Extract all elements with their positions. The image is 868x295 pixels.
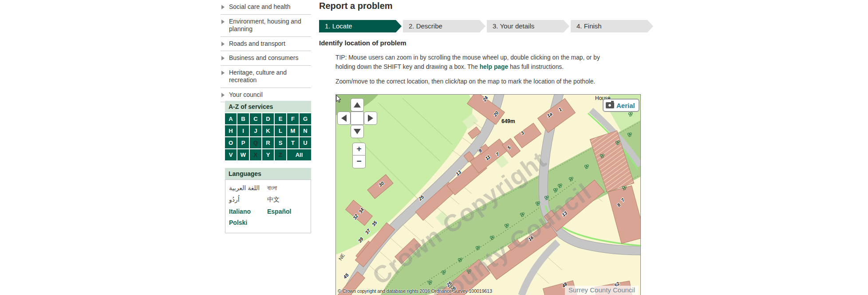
chevron-right-icon	[221, 93, 225, 97]
language-row: ItalianoEspañol	[229, 208, 307, 215]
instruction-text: Zoom/move to the correct location, then …	[335, 78, 595, 85]
down-arrow-icon	[354, 129, 361, 134]
pan-left-button[interactable]	[337, 112, 351, 125]
zoom-in-button[interactable]: +	[352, 143, 366, 155]
az-letter-v[interactable]: V	[225, 149, 237, 160]
map-attribution: Surrey County Council	[565, 286, 639, 295]
right-arrow-icon	[368, 115, 373, 122]
map-copyright: © Crown copyright and database rights 20…	[338, 288, 492, 294]
sidebar-item-label: Your council	[229, 91, 263, 98]
mouse-cursor	[336, 95, 342, 103]
language-row: اللغة العربيةবাংলা	[229, 184, 307, 192]
pan-up-button[interactable]	[351, 98, 364, 112]
language-link[interactable]: Italiano	[229, 208, 267, 215]
az-letter-b[interactable]: B	[237, 113, 249, 124]
step-3[interactable]: 3. Your details	[487, 20, 569, 32]
step-2[interactable]: 2. Describe	[403, 20, 485, 32]
up-arrow-icon	[354, 102, 361, 108]
az-letter-a[interactable]: A	[225, 113, 237, 124]
az-letter-o[interactable]: O	[225, 137, 237, 148]
sidebar-item[interactable]: Social care and health	[221, 0, 311, 15]
az-letter-p[interactable]: P	[237, 137, 249, 148]
az-letter-q: Q	[250, 137, 261, 148]
tip-text-after: has full instructions.	[508, 64, 564, 70]
sidebar-nav: Social care and healthEnvironment, housi…	[221, 0, 311, 102]
az-letter-t[interactable]: T	[287, 137, 299, 148]
az-services-title: A-Z of services	[225, 101, 311, 112]
az-letter-l[interactable]: L	[275, 125, 286, 136]
sidebar-item-label: Environment, housing and planning	[229, 18, 301, 33]
tip-paragraph: TIP: Mouse users can zoom in by scrollin…	[335, 53, 611, 72]
az-letter-u[interactable]: U	[300, 137, 311, 148]
az-letter-i[interactable]: I	[237, 125, 249, 136]
language-row: اُردُو中文	[229, 196, 307, 204]
az-letter-m[interactable]: M	[287, 125, 299, 136]
map-distance-label: 649m	[501, 118, 515, 124]
sidebar-item-label: Heritage, culture and recreation	[229, 69, 287, 84]
az-letter-f[interactable]: F	[287, 113, 299, 124]
az-letter-r[interactable]: R	[262, 137, 274, 148]
chevron-right-icon	[221, 56, 225, 60]
az-letter-j[interactable]: J	[250, 125, 261, 136]
sidebar-item-label: Social care and health	[229, 3, 291, 10]
az-letter-d[interactable]: D	[262, 113, 274, 124]
sidebar-item-label: Business and consumers	[229, 54, 298, 61]
az-letter-z: Z	[275, 149, 286, 160]
page-title: Report a problem	[319, 1, 393, 11]
sidebar-item[interactable]: Heritage, culture and recreation	[221, 66, 311, 88]
map-pan-control	[337, 98, 377, 138]
sidebar-item-label: Roads and transport	[229, 40, 285, 47]
map-canvas: Crown Copyright County Council 649m NE 2…	[336, 95, 640, 295]
left-arrow-icon	[341, 115, 347, 122]
languages-panel: Languages اللغة العربيةবাংলাاُردُو中文Ital…	[225, 168, 311, 233]
aerial-toggle-button[interactable]: Aerial	[603, 99, 639, 112]
language-link[interactable]: اُردُو	[229, 196, 267, 204]
camera-icon	[606, 102, 614, 108]
pan-down-button[interactable]	[351, 125, 364, 138]
chevron-right-icon	[221, 42, 225, 46]
chevron-right-icon	[221, 5, 225, 9]
az-letter-grid: ABCDEFGHIJKLMNOPQRSTUVWXYZAll	[225, 113, 311, 160]
sidebar-item[interactable]: Business and consumers	[221, 51, 311, 66]
language-link[interactable]: Español	[267, 208, 305, 215]
az-letter-n[interactable]: N	[300, 125, 311, 136]
languages-box: اللغة العربيةবাংলাاُردُو中文ItalianoEspaño…	[225, 179, 311, 233]
aerial-label: Aerial	[616, 102, 635, 109]
help-page-link[interactable]: help page	[480, 64, 508, 70]
zoom-out-button[interactable]: −	[352, 155, 366, 168]
chevron-right-icon	[221, 71, 225, 75]
az-letter-y[interactable]: Y	[262, 149, 274, 160]
step-4[interactable]: 4. Finish	[571, 20, 653, 32]
step-1[interactable]: 1. Locate	[319, 20, 402, 32]
az-letter-c[interactable]: C	[250, 113, 261, 124]
az-all-button[interactable]: All	[287, 149, 311, 160]
az-letter-x: X	[250, 149, 261, 160]
az-letter-w[interactable]: W	[237, 149, 249, 160]
az-letter-s[interactable]: S	[275, 137, 286, 148]
progress-steps: 1. Locate2. Describe3. Your details4. Fi…	[319, 20, 653, 32]
pan-right-button[interactable]	[364, 112, 377, 125]
az-letter-h[interactable]: H	[225, 125, 237, 136]
az-letter-k[interactable]: K	[262, 125, 274, 136]
sidebar: Social care and healthEnvironment, housi…	[221, 0, 311, 102]
page: Social care and healthEnvironment, housi…	[0, 0, 868, 295]
language-link[interactable]: Polski	[229, 219, 267, 226]
section-heading: Identify location of problem	[319, 39, 406, 47]
az-services-panel: A-Z of services ABCDEFGHIJKLMNOPQRSTUVWX…	[225, 101, 311, 160]
pan-center	[351, 112, 364, 125]
languages-title: Languages	[225, 168, 311, 179]
az-letter-e[interactable]: E	[275, 113, 286, 124]
language-link[interactable]: বাংলা	[267, 184, 305, 192]
language-row: Polski	[229, 219, 307, 226]
map-zoom-control: + −	[352, 143, 366, 168]
sidebar-item[interactable]: Your council	[221, 88, 311, 103]
az-letter-g[interactable]: G	[300, 113, 311, 124]
language-link[interactable]: 中文	[267, 196, 305, 204]
chevron-right-icon	[221, 20, 225, 24]
sidebar-item[interactable]: Environment, housing and planning	[221, 15, 311, 37]
sidebar-item[interactable]: Roads and transport	[221, 37, 311, 52]
language-link[interactable]: اللغة العربية	[229, 184, 267, 192]
map[interactable]: Crown Copyright County Council 649m NE 2…	[335, 94, 641, 295]
